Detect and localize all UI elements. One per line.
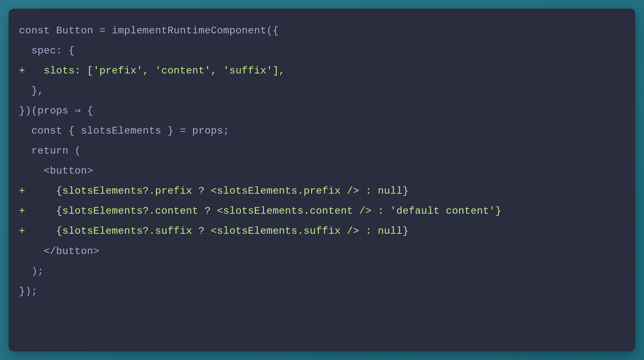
code-line: <button> bbox=[19, 161, 625, 181]
code-line: })(props ⇒ { bbox=[19, 101, 625, 121]
code-line: return ( bbox=[19, 141, 625, 161]
code-line: const Button = implementRuntimeComponent… bbox=[19, 21, 625, 41]
code-window: const Button = implementRuntimeComponent… bbox=[8, 8, 636, 352]
code-line: spec: { bbox=[19, 41, 625, 61]
code-line-added: + {slotsElements?.content ? <slotsElemen… bbox=[19, 201, 625, 221]
code-line-added: + slots: ['prefix', 'content', 'suffix']… bbox=[19, 61, 625, 81]
code-line: </button> bbox=[19, 241, 625, 261]
code-line: ); bbox=[19, 261, 625, 281]
code-line: }); bbox=[19, 281, 625, 301]
code-line: const { slotsElements } = props; bbox=[19, 121, 625, 141]
code-line-added: + {slotsElements?.prefix ? <slotsElement… bbox=[19, 181, 625, 201]
code-content: const Button = implementRuntimeComponent… bbox=[19, 21, 625, 301]
code-line: }, bbox=[19, 81, 625, 101]
code-line-added: + {slotsElements?.suffix ? <slotsElement… bbox=[19, 221, 625, 241]
